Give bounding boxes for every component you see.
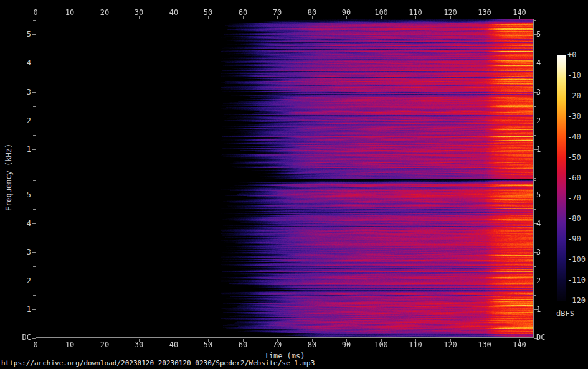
freq-tick xyxy=(33,209,36,210)
freq-tick-label: 4 xyxy=(536,59,541,67)
freq-tick xyxy=(33,135,36,136)
time-tick-label: 110 xyxy=(403,9,428,17)
freq-tick xyxy=(33,180,36,181)
freq-tick-label: 2 xyxy=(16,117,31,125)
freq-tick xyxy=(32,338,36,339)
freq-tick-label: 2 xyxy=(536,117,541,125)
freq-tick xyxy=(32,149,36,150)
time-tick-label: 30 xyxy=(126,9,151,17)
time-tick-label: 80 xyxy=(300,9,325,17)
freq-tick xyxy=(534,106,536,107)
time-tick-label: 100 xyxy=(369,9,394,17)
freq-tick-label: 2 xyxy=(16,277,31,285)
time-tick-label: 50 xyxy=(196,9,220,17)
time-tick-label: 100 xyxy=(369,341,394,349)
freq-tick-label: 4 xyxy=(536,220,541,228)
time-tick-label: 80 xyxy=(300,341,325,349)
freq-tick-label: 2 xyxy=(536,277,541,285)
freq-tick xyxy=(32,252,36,253)
source-url: https://archive.org/download/20230120_20… xyxy=(1,359,315,367)
freq-tick xyxy=(33,49,36,49)
time-tick-label: 140 xyxy=(507,9,532,17)
freq-tick xyxy=(32,309,36,310)
freq-tick xyxy=(33,266,36,267)
spectrogram-figure: Frequency (kHz) 001010202030304040505060… xyxy=(0,0,588,369)
spectrogram-channel-1 xyxy=(36,19,533,179)
freq-tick-label: 5 xyxy=(16,191,31,199)
freq-tick xyxy=(534,164,536,164)
colorbar-tick-label: -40 xyxy=(567,133,581,141)
time-tick-label: 40 xyxy=(161,341,186,349)
freq-tick-label: 3 xyxy=(16,88,31,96)
colorbar-title: dBFS xyxy=(556,309,574,318)
time-tick-label: 60 xyxy=(230,341,255,349)
freq-tick-label: 1 xyxy=(16,146,31,154)
colorbar-tick-label: -110 xyxy=(567,276,586,284)
freq-tick xyxy=(534,180,536,181)
freq-tick xyxy=(534,238,536,238)
freq-dc-label: DC xyxy=(16,334,31,342)
time-tick-label: 70 xyxy=(265,9,290,17)
freq-tick xyxy=(32,92,36,93)
freq-tick-label: 5 xyxy=(16,30,31,39)
freq-tick xyxy=(32,281,36,281)
colorbar-tick-label: +0 xyxy=(567,51,576,59)
freq-tick xyxy=(534,324,536,324)
freq-tick xyxy=(32,34,36,35)
freq-tick xyxy=(534,295,536,296)
time-tick-label: 130 xyxy=(472,9,497,17)
time-tick-label: 70 xyxy=(265,341,290,349)
time-tick-label: 0 xyxy=(23,341,48,349)
freq-dc-label: DC xyxy=(536,334,545,342)
freq-tick-label: 1 xyxy=(536,306,541,314)
time-tick-label: 20 xyxy=(92,341,117,349)
freq-tick-label: 3 xyxy=(16,248,31,256)
freq-tick xyxy=(32,63,36,63)
time-tick-label: 140 xyxy=(507,341,532,349)
colorbar-tick-label: -90 xyxy=(567,235,581,243)
time-tick-label: 10 xyxy=(57,9,82,17)
freq-tick xyxy=(534,209,536,210)
freq-tick-label: 5 xyxy=(536,30,541,39)
time-tick-label: 120 xyxy=(438,341,463,349)
freq-tick xyxy=(534,266,536,267)
time-tick-label: 10 xyxy=(57,341,82,349)
colorbar xyxy=(557,55,566,301)
colorbar-tick-label: -10 xyxy=(567,72,581,80)
colorbar-tick-label: -60 xyxy=(567,174,581,182)
freq-tick xyxy=(32,195,36,195)
freq-tick-label: 4 xyxy=(16,59,31,67)
time-tick-label: 0 xyxy=(23,9,48,17)
freq-tick xyxy=(33,295,36,296)
freq-tick-label: 1 xyxy=(536,146,541,154)
colorbar-tick-label: -30 xyxy=(567,113,581,121)
freq-tick xyxy=(534,78,536,78)
freq-tick xyxy=(33,20,36,21)
freq-tick xyxy=(33,324,36,324)
time-tick-label: 60 xyxy=(230,9,255,17)
time-tick-label: 90 xyxy=(334,341,359,349)
colorbar-tick-label: -50 xyxy=(567,154,581,162)
freq-tick xyxy=(534,20,536,21)
colorbar-tick-label: -120 xyxy=(567,297,586,305)
freq-tick xyxy=(32,223,36,224)
freq-tick xyxy=(534,49,536,49)
freq-tick xyxy=(534,135,536,136)
colorbar-tick-label: -20 xyxy=(567,92,581,100)
freq-tick-label: 5 xyxy=(536,191,541,199)
time-tick-label: 50 xyxy=(196,341,220,349)
time-tick-label: 90 xyxy=(334,9,359,17)
frequency-axis-title: Frequency (kHz) xyxy=(4,109,14,246)
spectrogram-channel-2 xyxy=(36,179,533,337)
freq-tick xyxy=(33,238,36,238)
freq-tick-label: 3 xyxy=(536,248,541,256)
colorbar-tick-label: -100 xyxy=(567,256,586,264)
time-tick-label: 30 xyxy=(126,341,151,349)
colorbar-tick-label: -70 xyxy=(567,194,581,202)
freq-tick xyxy=(534,178,536,179)
time-tick-label: 40 xyxy=(161,9,186,17)
time-tick-label: 120 xyxy=(438,9,463,17)
freq-tick xyxy=(33,164,36,164)
time-tick-label: 110 xyxy=(403,341,428,349)
freq-tick xyxy=(33,106,36,107)
